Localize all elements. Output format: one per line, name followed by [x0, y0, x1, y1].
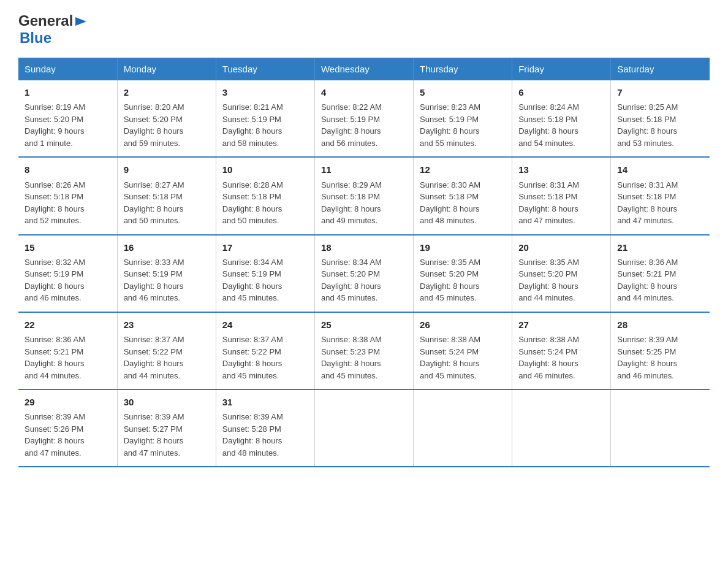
day-info: Sunrise: 8:28 AMSunset: 5:18 PMDaylight:…	[222, 179, 308, 227]
calendar-cell: 6 Sunrise: 8:24 AMSunset: 5:18 PMDayligh…	[512, 80, 611, 157]
day-info: Sunrise: 8:39 AMSunset: 5:26 PMDaylight:…	[25, 411, 111, 459]
calendar-cell: 21 Sunrise: 8:36 AMSunset: 5:21 PMDaylig…	[611, 235, 710, 312]
calendar-cell: 30 Sunrise: 8:39 AMSunset: 5:27 PMDaylig…	[117, 389, 216, 467]
day-info: Sunrise: 8:34 AMSunset: 5:19 PMDaylight:…	[222, 256, 308, 304]
calendar-cell: 2 Sunrise: 8:20 AMSunset: 5:20 PMDayligh…	[117, 80, 216, 157]
calendar-cell: 22 Sunrise: 8:36 AMSunset: 5:21 PMDaylig…	[18, 312, 117, 389]
day-info: Sunrise: 8:34 AMSunset: 5:20 PMDaylight:…	[321, 256, 407, 304]
week-row-3: 15 Sunrise: 8:32 AMSunset: 5:19 PMDaylig…	[18, 235, 710, 312]
calendar-cell	[611, 389, 710, 467]
day-info: Sunrise: 8:21 AMSunset: 5:19 PMDaylight:…	[222, 101, 308, 149]
day-info: Sunrise: 8:22 AMSunset: 5:19 PMDaylight:…	[321, 101, 407, 149]
week-row-1: 1 Sunrise: 8:19 AMSunset: 5:20 PMDayligh…	[18, 80, 710, 157]
page-header: General Blue	[18, 12, 710, 47]
day-info: Sunrise: 8:19 AMSunset: 5:20 PMDaylight:…	[25, 101, 111, 149]
calendar-cell: 1 Sunrise: 8:19 AMSunset: 5:20 PMDayligh…	[18, 80, 117, 157]
day-number: 17	[222, 240, 308, 255]
day-info: Sunrise: 8:36 AMSunset: 5:21 PMDaylight:…	[25, 334, 111, 381]
week-row-5: 29 Sunrise: 8:39 AMSunset: 5:26 PMDaylig…	[18, 389, 710, 467]
calendar-cell: 15 Sunrise: 8:32 AMSunset: 5:19 PMDaylig…	[18, 235, 117, 312]
day-info: Sunrise: 8:36 AMSunset: 5:21 PMDaylight:…	[617, 256, 703, 304]
day-info: Sunrise: 8:33 AMSunset: 5:19 PMDaylight:…	[124, 256, 210, 304]
day-info: Sunrise: 8:39 AMSunset: 5:28 PMDaylight:…	[222, 411, 308, 459]
day-info: Sunrise: 8:31 AMSunset: 5:18 PMDaylight:…	[518, 179, 604, 227]
logo-general-text: General	[18, 12, 73, 29]
day-number: 5	[420, 85, 506, 99]
day-number: 2	[124, 85, 210, 99]
day-number: 28	[617, 318, 703, 332]
calendar-cell: 23 Sunrise: 8:37 AMSunset: 5:22 PMDaylig…	[117, 312, 216, 389]
day-number: 29	[25, 395, 111, 409]
day-info: Sunrise: 8:24 AMSunset: 5:18 PMDaylight:…	[518, 101, 604, 149]
day-number: 4	[321, 85, 407, 99]
day-info: Sunrise: 8:38 AMSunset: 5:23 PMDaylight:…	[321, 334, 407, 381]
calendar-cell: 16 Sunrise: 8:33 AMSunset: 5:19 PMDaylig…	[117, 235, 216, 312]
calendar-cell: 3 Sunrise: 8:21 AMSunset: 5:19 PMDayligh…	[216, 80, 314, 157]
calendar-cell: 12 Sunrise: 8:30 AMSunset: 5:18 PMDaylig…	[414, 157, 512, 234]
day-number: 9	[124, 163, 210, 177]
day-info: Sunrise: 8:20 AMSunset: 5:20 PMDaylight:…	[124, 101, 210, 149]
day-number: 20	[518, 240, 604, 255]
calendar-cell: 24 Sunrise: 8:37 AMSunset: 5:22 PMDaylig…	[216, 312, 314, 389]
calendar-cell: 18 Sunrise: 8:34 AMSunset: 5:20 PMDaylig…	[314, 235, 413, 312]
logo-arrow-icon	[74, 15, 88, 28]
day-number: 24	[222, 318, 308, 332]
day-number: 26	[420, 318, 506, 332]
day-info: Sunrise: 8:37 AMSunset: 5:22 PMDaylight:…	[124, 334, 210, 381]
day-number: 21	[617, 240, 703, 255]
day-number: 30	[124, 395, 210, 409]
day-info: Sunrise: 8:26 AMSunset: 5:18 PMDaylight:…	[25, 179, 111, 227]
calendar-cell: 9 Sunrise: 8:27 AMSunset: 5:18 PMDayligh…	[117, 157, 216, 234]
header-tuesday: Tuesday	[216, 58, 314, 80]
header-wednesday: Wednesday	[314, 58, 413, 80]
day-number: 27	[518, 318, 604, 332]
calendar-cell: 8 Sunrise: 8:26 AMSunset: 5:18 PMDayligh…	[18, 157, 117, 234]
day-number: 6	[518, 85, 604, 99]
day-number: 18	[321, 240, 407, 255]
day-info: Sunrise: 8:25 AMSunset: 5:18 PMDaylight:…	[617, 101, 703, 149]
calendar-cell: 20 Sunrise: 8:35 AMSunset: 5:20 PMDaylig…	[512, 235, 611, 312]
calendar-cell: 17 Sunrise: 8:34 AMSunset: 5:19 PMDaylig…	[216, 235, 314, 312]
day-number: 7	[617, 85, 703, 99]
header-thursday: Thursday	[414, 58, 512, 80]
calendar-cell: 28 Sunrise: 8:39 AMSunset: 5:25 PMDaylig…	[611, 312, 710, 389]
calendar-cell: 13 Sunrise: 8:31 AMSunset: 5:18 PMDaylig…	[512, 157, 611, 234]
day-number: 3	[222, 85, 308, 99]
week-row-2: 8 Sunrise: 8:26 AMSunset: 5:18 PMDayligh…	[18, 157, 710, 234]
calendar-header-row: SundayMondayTuesdayWednesdayThursdayFrid…	[18, 58, 710, 80]
calendar-cell: 27 Sunrise: 8:38 AMSunset: 5:24 PMDaylig…	[512, 312, 611, 389]
calendar-cell	[314, 389, 413, 467]
day-number: 11	[321, 163, 407, 177]
day-number: 16	[124, 240, 210, 255]
day-number: 14	[617, 163, 703, 177]
day-info: Sunrise: 8:23 AMSunset: 5:19 PMDaylight:…	[420, 101, 506, 149]
day-info: Sunrise: 8:39 AMSunset: 5:27 PMDaylight:…	[124, 411, 210, 459]
header-monday: Monday	[117, 58, 216, 80]
calendar-cell: 5 Sunrise: 8:23 AMSunset: 5:19 PMDayligh…	[414, 80, 512, 157]
calendar-cell: 4 Sunrise: 8:22 AMSunset: 5:19 PMDayligh…	[314, 80, 413, 157]
day-info: Sunrise: 8:29 AMSunset: 5:18 PMDaylight:…	[321, 179, 407, 227]
calendar-cell: 26 Sunrise: 8:38 AMSunset: 5:24 PMDaylig…	[414, 312, 512, 389]
header-friday: Friday	[512, 58, 611, 80]
calendar-cell: 19 Sunrise: 8:35 AMSunset: 5:20 PMDaylig…	[414, 235, 512, 312]
day-info: Sunrise: 8:31 AMSunset: 5:18 PMDaylight:…	[617, 179, 703, 227]
day-info: Sunrise: 8:32 AMSunset: 5:19 PMDaylight:…	[25, 256, 111, 304]
calendar-cell	[512, 389, 611, 467]
day-info: Sunrise: 8:37 AMSunset: 5:22 PMDaylight:…	[222, 334, 308, 381]
day-number: 13	[518, 163, 604, 177]
day-number: 31	[222, 395, 308, 409]
day-info: Sunrise: 8:39 AMSunset: 5:25 PMDaylight:…	[617, 334, 703, 381]
calendar-cell: 14 Sunrise: 8:31 AMSunset: 5:18 PMDaylig…	[611, 157, 710, 234]
header-saturday: Saturday	[611, 58, 710, 80]
day-number: 12	[420, 163, 506, 177]
day-info: Sunrise: 8:38 AMSunset: 5:24 PMDaylight:…	[518, 334, 604, 381]
day-number: 23	[124, 318, 210, 332]
day-number: 1	[25, 85, 111, 99]
day-info: Sunrise: 8:30 AMSunset: 5:18 PMDaylight:…	[420, 179, 506, 227]
calendar-table: SundayMondayTuesdayWednesdayThursdayFrid…	[18, 58, 710, 467]
day-number: 8	[25, 163, 111, 177]
week-row-4: 22 Sunrise: 8:36 AMSunset: 5:21 PMDaylig…	[18, 312, 710, 389]
day-number: 25	[321, 318, 407, 332]
calendar-cell	[414, 389, 512, 467]
calendar-cell: 11 Sunrise: 8:29 AMSunset: 5:18 PMDaylig…	[314, 157, 413, 234]
